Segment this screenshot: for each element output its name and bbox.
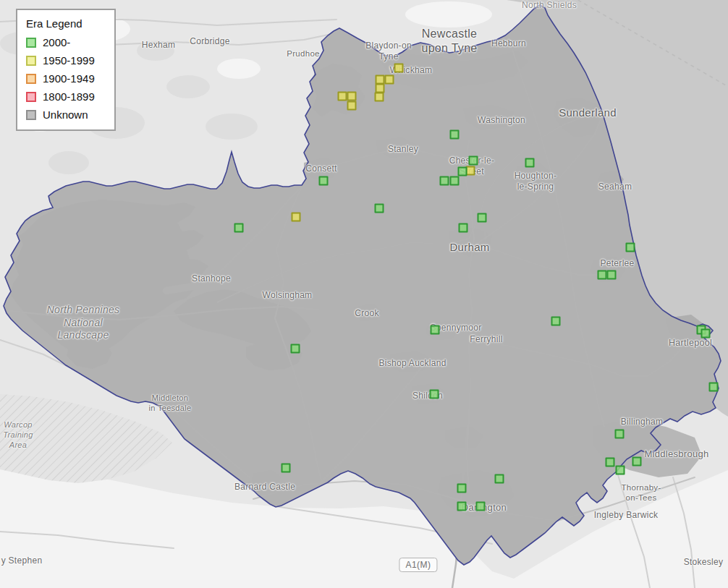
- era-marker[interactable]: [430, 390, 439, 399]
- era-marker[interactable]: [476, 502, 486, 511]
- era-marker[interactable]: [440, 176, 449, 186]
- era-marker[interactable]: [626, 243, 635, 252]
- legend-swatch-icon: [26, 74, 36, 84]
- era-marker[interactable]: [292, 213, 301, 222]
- era-marker[interactable]: [347, 92, 357, 101]
- era-marker[interactable]: [632, 457, 642, 466]
- era-marker[interactable]: [551, 317, 561, 326]
- legend-title: Era Legend: [26, 17, 106, 30]
- legend-item: Unknown: [26, 108, 106, 121]
- era-marker[interactable]: [616, 466, 625, 475]
- era-marker[interactable]: [385, 75, 394, 85]
- era-marker[interactable]: [495, 474, 504, 484]
- legend-swatch-icon: [26, 56, 36, 66]
- era-marker[interactable]: [234, 223, 244, 233]
- legend-item-label: 1900-1949: [43, 72, 95, 85]
- era-marker[interactable]: [450, 130, 460, 140]
- legend-swatch-icon: [26, 38, 36, 48]
- era-marker[interactable]: [701, 329, 711, 338]
- era-marker[interactable]: [375, 93, 384, 102]
- era-marker[interactable]: [606, 458, 615, 467]
- era-marker[interactable]: [598, 270, 607, 280]
- era-marker[interactable]: [375, 204, 384, 213]
- era-marker[interactable]: [319, 176, 329, 186]
- era-marker[interactable]: [394, 64, 404, 73]
- era-marker[interactable]: [478, 213, 487, 223]
- legend-item: 1800-1899: [26, 90, 106, 103]
- era-marker[interactable]: [615, 430, 625, 439]
- legend-item: 2000-: [26, 36, 106, 48]
- legend-item-label: 1950-1999: [43, 54, 95, 67]
- era-marker[interactable]: [282, 464, 291, 473]
- legend-swatch-icon: [26, 110, 36, 120]
- era-legend: Era Legend 2000-1950-19991900-19491800-1…: [16, 9, 116, 131]
- legend-item-label: 1800-1899: [43, 90, 95, 103]
- era-marker[interactable]: [291, 344, 300, 354]
- era-marker[interactable]: [457, 502, 467, 511]
- legend-item-label: 2000-: [43, 36, 70, 48]
- legend-item-label: Unknown: [43, 108, 88, 121]
- era-marker[interactable]: [458, 167, 467, 176]
- era-marker[interactable]: [347, 101, 357, 111]
- era-marker[interactable]: [459, 223, 468, 233]
- era-marker[interactable]: [338, 92, 347, 101]
- era-marker[interactable]: [450, 176, 460, 186]
- legend-items: 2000-1950-19991900-19491800-1899Unknown: [26, 36, 106, 121]
- legend-item: 1900-1949: [26, 72, 106, 85]
- era-marker[interactable]: [525, 158, 535, 168]
- era-marker[interactable]: [469, 156, 478, 166]
- legend-swatch-icon: [26, 92, 36, 102]
- era-marker[interactable]: [709, 383, 719, 392]
- era-marker[interactable]: [607, 270, 617, 280]
- era-marker[interactable]: [431, 325, 440, 335]
- era-marker[interactable]: [457, 484, 467, 493]
- legend-item: 1950-1999: [26, 54, 106, 67]
- road-shield-a1m: A1(M): [399, 558, 437, 572]
